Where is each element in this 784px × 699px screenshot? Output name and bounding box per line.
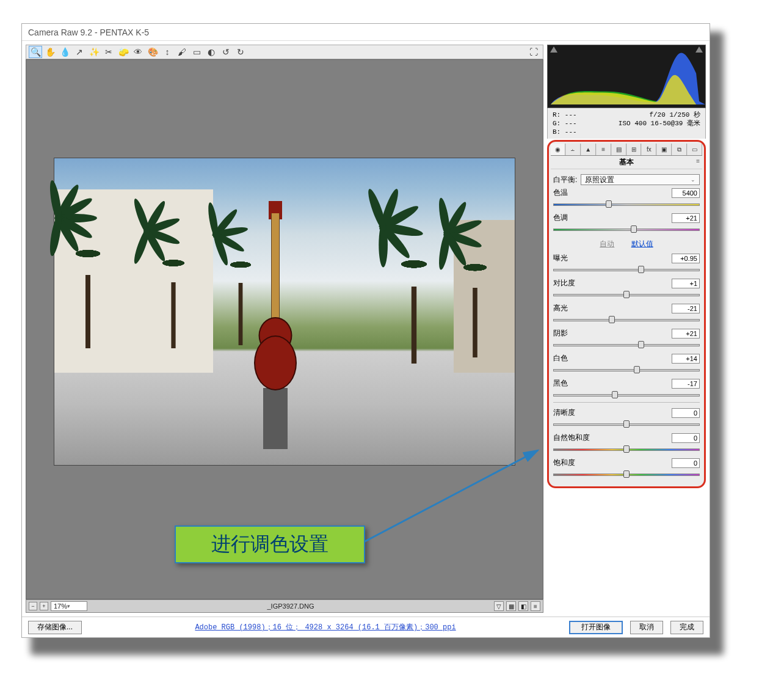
toolbar: 🔍 ✋ 💧 ↗ ✨ ✂ 🧽 👁 🎨 ↕ 🖌 ▭ ◐ ↺ ↻ ⛶	[26, 45, 543, 59]
tint-input[interactable]: +21	[672, 213, 700, 223]
done-button[interactable]: 完成	[670, 621, 703, 634]
compare-icon[interactable]: ◧	[518, 601, 528, 611]
hand-tool-icon[interactable]: ✋	[43, 46, 57, 58]
adjustment-brush-icon[interactable]: ↕	[161, 46, 174, 58]
whites-input[interactable]: +14	[672, 354, 700, 364]
save-image-button[interactable]: 存储图像...	[28, 621, 82, 634]
targeted-adjust-icon[interactable]: ✨	[87, 46, 101, 58]
exif-readout: R: --- G: --- B: --- f/20 1/250 秒 ISO 40…	[547, 108, 706, 139]
window-title: Camera Raw 9.2 - PENTAX K-5	[22, 24, 710, 41]
fullscreen-icon[interactable]: ⛶	[527, 46, 540, 58]
clarity-input[interactable]: 0	[672, 408, 700, 418]
clarity-slider[interactable]	[553, 420, 700, 428]
tab-hsl[interactable]: ≡	[597, 144, 611, 155]
exposure-input[interactable]: +0.95	[672, 254, 700, 263]
zoom-select[interactable]: 17%▾	[51, 601, 87, 611]
workflow-options-link[interactable]: Adobe RGB (1998)；16 位； 4928 x 3264 (16.1…	[89, 622, 562, 632]
clarity-label: 清晰度	[553, 408, 575, 418]
tint-label: 色调	[553, 213, 568, 223]
graduated-filter-icon[interactable]: 🖌	[175, 46, 189, 58]
white-balance-select[interactable]: 原照设置 ⌄	[581, 174, 700, 185]
tint-slider[interactable]	[553, 225, 700, 233]
tab-camera[interactable]: ▣	[657, 144, 672, 155]
cancel-button[interactable]: 取消	[630, 621, 663, 634]
temp-slider[interactable]	[553, 200, 700, 208]
annotation-callout: 进行调色设置	[175, 525, 365, 563]
exposure-slider[interactable]	[553, 266, 700, 273]
shadow-clip-icon[interactable]	[550, 46, 557, 53]
preferences-icon[interactable]: ◐	[205, 46, 218, 58]
rotate-cw-icon[interactable]: ↻	[234, 46, 247, 58]
filename-label: _IGP3927.DNG	[90, 602, 492, 610]
basic-panel-highlight: ◉ ⫠ ▲ ≡ ▤ ⊞ fx ▣ ⧉ ▭ 基本 ≡	[547, 140, 706, 488]
camera-raw-window: Camera Raw 9.2 - PENTAX K-5 🔍 ✋ 💧 ↗ ✨ ✂ …	[21, 23, 710, 638]
tab-curve[interactable]: ⫠	[566, 144, 581, 155]
shadows-label: 阴影	[553, 328, 568, 339]
contrast-label: 对比度	[553, 278, 575, 288]
open-image-button[interactable]: 打开图像	[569, 621, 623, 634]
highlights-label: 高光	[553, 303, 568, 313]
zoom-tool-icon[interactable]: 🔍	[29, 46, 42, 58]
temp-label: 色温	[553, 188, 568, 198]
tab-basic[interactable]: ◉	[551, 144, 565, 155]
tab-detail[interactable]: ▲	[581, 144, 596, 155]
blacks-label: 黑色	[553, 378, 568, 389]
image-canvas[interactable]: 进行调色设置	[26, 59, 543, 599]
blacks-input[interactable]: -17	[672, 379, 700, 389]
grid-icon[interactable]: ▦	[506, 601, 516, 611]
vibrance-label: 自然饱和度	[553, 433, 590, 443]
tab-lens[interactable]: ⊞	[627, 144, 642, 155]
highlights-input[interactable]: -21	[672, 304, 700, 313]
whites-label: 白色	[553, 353, 568, 364]
chevron-down-icon: ⌄	[691, 177, 695, 183]
radial-filter-icon[interactable]: ▭	[190, 46, 203, 58]
spot-removal-icon[interactable]: 👁	[131, 46, 145, 58]
zoom-out-button[interactable]: −	[29, 602, 37, 610]
filter-icon[interactable]: ▽	[494, 601, 504, 611]
default-link[interactable]: 默认值	[631, 240, 653, 248]
temp-input[interactable]: 5400	[672, 188, 700, 198]
preview-image	[54, 158, 515, 466]
rotate-ccw-icon[interactable]: ↺	[219, 46, 233, 58]
tab-split[interactable]: ▤	[612, 144, 626, 155]
vibrance-input[interactable]: 0	[672, 433, 700, 443]
whites-slider[interactable]	[553, 366, 700, 373]
saturation-slider[interactable]	[553, 470, 700, 478]
canvas-status-bar: − + 17%▾ _IGP3927.DNG ▽ ▦ ◧ ≡	[26, 599, 543, 613]
tab-presets[interactable]: ⧉	[672, 144, 687, 155]
saturation-input[interactable]: 0	[672, 458, 700, 468]
contrast-input[interactable]: +1	[672, 279, 700, 288]
color-sampler-icon[interactable]: ↗	[73, 46, 86, 58]
tab-snapshots[interactable]: ▭	[688, 144, 702, 155]
highlights-slider[interactable]	[553, 316, 700, 323]
panel-title: 基本 ≡	[551, 156, 702, 169]
shadows-input[interactable]: +21	[672, 329, 700, 339]
panel-tabs: ◉ ⫠ ▲ ≡ ▤ ⊞ fx ▣ ⧉ ▭	[551, 144, 702, 156]
exposure-label: 曝光	[553, 253, 568, 263]
footer: 存储图像... Adobe RGB (1998)；16 位； 4928 x 32…	[22, 617, 710, 637]
saturation-label: 饱和度	[553, 458, 575, 468]
straighten-icon[interactable]: 🧽	[117, 46, 130, 58]
shadows-slider[interactable]	[553, 341, 700, 348]
panel-menu-icon[interactable]: ≡	[696, 158, 700, 164]
histogram[interactable]	[547, 45, 706, 108]
tab-fx[interactable]: fx	[642, 144, 656, 155]
vibrance-slider[interactable]	[553, 445, 700, 453]
crop-tool-icon[interactable]: ✂	[102, 46, 115, 58]
menu-icon[interactable]: ≡	[531, 601, 540, 611]
eyedropper-icon[interactable]: 💧	[58, 46, 71, 58]
blacks-slider[interactable]	[553, 391, 700, 398]
redeye-icon[interactable]: 🎨	[146, 46, 159, 58]
highlight-clip-icon[interactable]	[695, 46, 703, 53]
contrast-slider[interactable]	[553, 291, 700, 298]
auto-link[interactable]: 自动	[600, 240, 614, 248]
wb-label: 白平衡:	[553, 175, 577, 185]
zoom-in-button[interactable]: +	[40, 602, 48, 610]
